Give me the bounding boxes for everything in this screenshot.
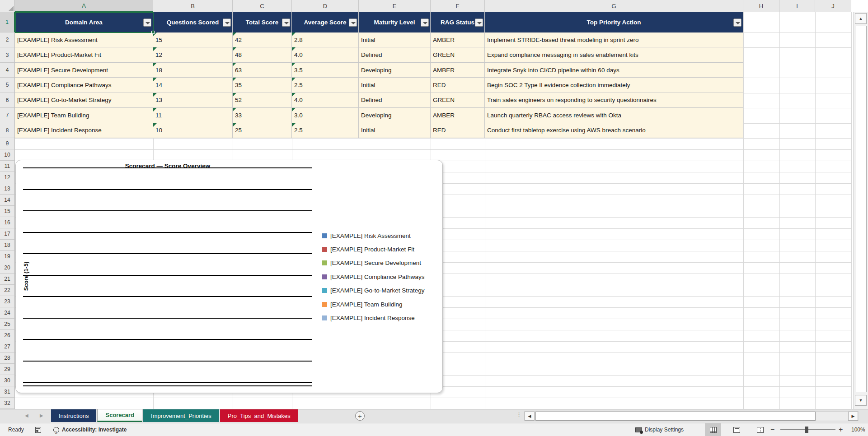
cell-D3[interactable]: 4.0	[292, 47, 359, 62]
row-header-11[interactable]: 11	[0, 161, 15, 172]
cell-B5[interactable]: 14	[153, 78, 233, 93]
row-header-4[interactable]: 4	[0, 63, 15, 78]
filter-button[interactable]	[143, 19, 151, 27]
cell-G7[interactable]: Launch quarterly RBAC access reviews wit…	[485, 108, 743, 123]
cell-D2[interactable]: 2.8	[292, 32, 359, 47]
filter-button[interactable]	[421, 19, 429, 27]
horizontal-scrollbar[interactable]: ◀ ▶	[524, 411, 859, 421]
row-header-8[interactable]: 8	[0, 123, 15, 138]
cell-B8[interactable]: 10	[153, 123, 233, 138]
filter-button[interactable]	[475, 19, 483, 27]
row-header-19[interactable]: 19	[0, 251, 15, 262]
row-header-16[interactable]: 16	[0, 217, 15, 228]
cell-A6[interactable]: [EXAMPLE] Go-to-Market Strategy	[15, 93, 153, 108]
cell-C7[interactable]: 33	[233, 108, 292, 123]
filter-button[interactable]	[282, 19, 290, 27]
row-header-30[interactable]: 30	[0, 375, 15, 386]
cell-F6[interactable]: GREEN	[431, 93, 485, 108]
row-header-7[interactable]: 7	[0, 108, 15, 123]
cell-F2[interactable]: AMBER	[431, 32, 485, 47]
cell-F7[interactable]: AMBER	[431, 108, 485, 123]
table-header-average-score[interactable]: Average Score	[292, 12, 359, 32]
table-header-questions-scored[interactable]: Questions Scored	[153, 12, 233, 32]
cell-E8[interactable]: Initial	[359, 123, 431, 138]
cell-B4[interactable]: 18	[153, 63, 233, 78]
cell-F8[interactable]: RED	[431, 123, 485, 138]
filter-button[interactable]	[349, 19, 357, 27]
zoom-slider-handle[interactable]	[805, 427, 808, 433]
zoom-level[interactable]: 100%	[851, 423, 865, 436]
zoom-in-button[interactable]: +	[839, 423, 843, 436]
cell-E2[interactable]: Initial	[359, 32, 431, 47]
macro-record-icon[interactable]	[35, 423, 41, 436]
cell-C3[interactable]: 48	[233, 47, 292, 62]
cell-D7[interactable]: 3.0	[292, 108, 359, 123]
cell-D6[interactable]: 4.0	[292, 93, 359, 108]
cell-B2[interactable]: 15	[153, 32, 233, 47]
row-header-10[interactable]: 10	[0, 149, 15, 161]
cell-C6[interactable]: 52	[233, 93, 292, 108]
score-overview-chart[interactable]: Scorecard — Score Overview Score (1-5) […	[15, 160, 443, 393]
cell-E7[interactable]: Developing	[359, 108, 431, 123]
cell-C8[interactable]: 25	[233, 123, 292, 138]
row-header-23[interactable]: 23	[0, 296, 15, 307]
table-header-top-priority-action[interactable]: Top Priority Action	[485, 12, 743, 32]
row-header-3[interactable]: 3	[0, 47, 15, 62]
cell-G5[interactable]: Begin SOC 2 Type II evidence collection …	[485, 78, 743, 93]
cell-E3[interactable]: Defined	[359, 47, 431, 62]
column-header-I[interactable]: I	[779, 0, 815, 12]
column-header-H[interactable]: H	[743, 0, 779, 12]
row-header-25[interactable]: 25	[0, 319, 15, 330]
table-header-domain-area[interactable]: Domain Area	[15, 12, 153, 32]
cell-D8[interactable]: 2.5	[292, 123, 359, 138]
cell-A3[interactable]: [EXAMPLE] Product-Market Fit	[15, 47, 153, 62]
row-header-28[interactable]: 28	[0, 353, 15, 364]
row-header-29[interactable]: 29	[0, 364, 15, 375]
cell-A2[interactable]: [EXAMPLE] Risk Assessment	[15, 32, 153, 47]
cell-C5[interactable]: 35	[233, 78, 292, 93]
row-header-2[interactable]: 2	[0, 32, 15, 47]
cell-E6[interactable]: Defined	[359, 93, 431, 108]
cell-B6[interactable]: 13	[153, 93, 233, 108]
cell-F4[interactable]: AMBER	[431, 63, 485, 78]
row-header-13[interactable]: 13	[0, 183, 15, 195]
cell-G2[interactable]: Implement STRIDE-based threat modeling i…	[485, 32, 743, 47]
row-header-32[interactable]: 32	[0, 398, 15, 409]
sheet-tab-pro_tips_and_mistakes[interactable]: Pro_Tips_and_Mistakes	[220, 409, 298, 422]
row-header-9[interactable]: 9	[0, 138, 15, 149]
tab-scroll-right-icon[interactable]: ▶	[40, 413, 43, 418]
column-header-D[interactable]: D	[292, 0, 359, 12]
row-header-20[interactable]: 20	[0, 262, 15, 274]
scroll-right-button[interactable]: ▶	[848, 412, 858, 421]
cell-C4[interactable]: 63	[233, 63, 292, 78]
column-header-G[interactable]: G	[485, 0, 743, 12]
row-header-6[interactable]: 6	[0, 93, 15, 108]
row-header-1[interactable]: 1	[0, 12, 15, 32]
cell-G8[interactable]: Conduct first tabletop exercise using AW…	[485, 123, 743, 138]
cell-E5[interactable]: Initial	[359, 78, 431, 93]
cell-B7[interactable]: 11	[153, 108, 233, 123]
display-settings-button[interactable]: Display Settings	[635, 423, 684, 436]
row-header-15[interactable]: 15	[0, 206, 15, 217]
view-page-break-button[interactable]	[752, 423, 768, 436]
cell-G6[interactable]: Train sales engineers on responding to s…	[485, 93, 743, 108]
select-all-corner[interactable]	[0, 0, 15, 12]
row-header-18[interactable]: 18	[0, 240, 15, 251]
row-header-14[interactable]: 14	[0, 195, 15, 206]
view-page-layout-button[interactable]	[728, 423, 745, 436]
cell-G3[interactable]: Expand compliance messaging in sales ena…	[485, 47, 743, 62]
column-header-F[interactable]: F	[431, 0, 485, 12]
sheet-tab-instructions[interactable]: Instructions	[51, 409, 96, 422]
column-header-B[interactable]: B	[153, 0, 233, 12]
sheet-tab-scorecard[interactable]: Scorecard	[97, 409, 142, 422]
row-header-22[interactable]: 22	[0, 285, 15, 296]
table-header-rag-status[interactable]: RAG Status	[431, 12, 485, 32]
cell-B3[interactable]: 12	[153, 47, 233, 62]
column-header-C[interactable]: C	[233, 0, 292, 12]
cell-F3[interactable]: GREEN	[431, 47, 485, 62]
filter-button[interactable]	[733, 19, 741, 27]
row-header-17[interactable]: 17	[0, 228, 15, 240]
cell-D5[interactable]: 2.5	[292, 78, 359, 93]
table-header-maturity-level[interactable]: Maturity Level	[359, 12, 431, 32]
column-header-E[interactable]: E	[359, 0, 431, 12]
